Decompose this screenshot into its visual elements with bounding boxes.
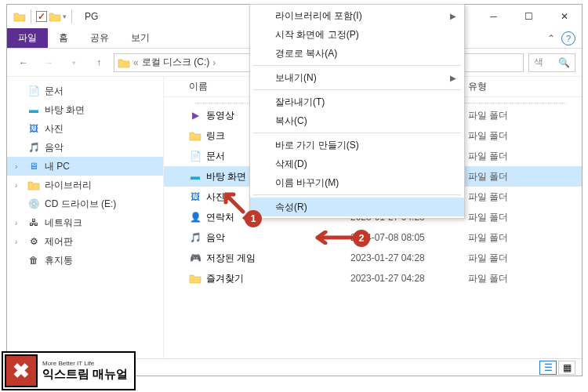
sidebar: 📄 문서 ▬ 바탕 화면 🖼 사진 🎵 음악 › 🖥 내 PC › bbox=[7, 77, 164, 358]
sidebar-item-controlpanel[interactable]: › ⚙ 제어판 bbox=[7, 232, 163, 251]
path-segment[interactable]: 로컬 디스크 (C:) bbox=[142, 56, 210, 69]
sidebar-item-thispc[interactable]: › 🖥 내 PC bbox=[7, 157, 163, 176]
watermark-logo: ✖ More Better IT Life 익스트림 매뉴얼 bbox=[2, 351, 136, 390]
file-type: 파일 폴더 bbox=[468, 191, 531, 204]
ctx-rename[interactable]: 이름 바꾸기(M) bbox=[250, 173, 464, 192]
desktop-icon: ▬ bbox=[189, 171, 201, 182]
file-name: 바탕 화면 bbox=[206, 170, 246, 183]
menu-separator bbox=[253, 89, 461, 90]
submenu-arrow-icon: ▶ bbox=[450, 12, 456, 20]
logo-title: 익스트림 매뉴얼 bbox=[42, 367, 128, 382]
chevron-icon[interactable]: « bbox=[133, 57, 139, 68]
ctx-include-library[interactable]: 라이브러리에 포함(I)▶ bbox=[250, 6, 464, 25]
ctx-delete[interactable]: 삭제(D) bbox=[250, 154, 464, 173]
ctx-cut[interactable]: 잘라내기(T) bbox=[250, 93, 464, 111]
desktop-icon: ▬ bbox=[27, 104, 40, 115]
tab-home[interactable]: 홈 bbox=[48, 28, 79, 48]
file-date: 2023-01-27 04:28 bbox=[350, 273, 468, 284]
chevron-up-icon[interactable]: ⌃ bbox=[544, 33, 558, 44]
folder-icon bbox=[27, 180, 40, 191]
ctx-pin-start[interactable]: 시작 화면에 고정(P) bbox=[250, 25, 464, 44]
checkbox-icon[interactable]: ✓ bbox=[36, 11, 47, 22]
file-name: 링크 bbox=[206, 129, 225, 143]
file-type: 파일 폴더 bbox=[468, 272, 531, 285]
sidebar-item-label: 네트워크 bbox=[45, 216, 82, 230]
pictures-icon: 🖼 bbox=[189, 191, 201, 202]
help-icon[interactable]: ? bbox=[561, 31, 575, 45]
up-button[interactable]: ↑ bbox=[89, 53, 109, 73]
ctx-properties[interactable]: 속성(R) bbox=[250, 198, 464, 216]
video-icon: ▶ bbox=[189, 110, 201, 121]
menu-separator bbox=[253, 132, 461, 133]
close-button[interactable]: ✕ bbox=[546, 5, 582, 28]
music-icon: 🎵 bbox=[189, 232, 201, 243]
expand-icon[interactable]: › bbox=[15, 162, 17, 171]
sidebar-item-label: 음악 bbox=[45, 141, 64, 154]
search-placeholder: 색 bbox=[534, 56, 543, 69]
thumbnails-view-button[interactable]: ▦ bbox=[558, 361, 575, 375]
submenu-arrow-icon: ▶ bbox=[450, 74, 456, 82]
sidebar-item-documents[interactable]: 📄 문서 bbox=[7, 82, 163, 100]
contacts-icon: 👤 bbox=[189, 212, 201, 223]
sidebar-item-libraries[interactable]: › 라이브러리 bbox=[7, 176, 163, 194]
network-icon: 🖧 bbox=[27, 217, 40, 228]
file-row[interactable]: 즐겨찾기 2023-01-27 04:28 파일 폴더 bbox=[164, 268, 582, 289]
history-dropdown[interactable]: ▾ bbox=[64, 53, 84, 73]
minimize-button[interactable]: ─ bbox=[476, 5, 511, 28]
ctx-copy-path[interactable]: 경로로 복사(A) bbox=[250, 44, 464, 63]
sidebar-item-desktop[interactable]: ▬ 바탕 화면 bbox=[7, 100, 163, 119]
tab-share[interactable]: 공유 bbox=[79, 28, 120, 48]
details-view-button[interactable]: ☰ bbox=[539, 361, 557, 375]
window-title: PG bbox=[85, 11, 98, 22]
separator bbox=[71, 9, 72, 24]
sidebar-item-recyclebin[interactable]: 🗑 휴지통 bbox=[7, 251, 163, 270]
file-type: 파일 폴더 bbox=[468, 252, 531, 265]
tab-file[interactable]: 파일 bbox=[7, 28, 48, 48]
file-name: 문서 bbox=[206, 150, 225, 163]
search-input[interactable]: 색 🔍 bbox=[528, 53, 575, 72]
file-type: 파일 폴더 bbox=[468, 170, 531, 183]
ctx-label: 잘라내기(T) bbox=[275, 96, 325, 109]
sidebar-item-pictures[interactable]: 🖼 사진 bbox=[7, 119, 163, 138]
chevron-right-icon[interactable]: › bbox=[212, 57, 216, 68]
file-name: 음악 bbox=[206, 231, 225, 245]
annotation-badge-1: 1 bbox=[245, 210, 262, 227]
back-button[interactable]: ← bbox=[13, 53, 34, 73]
expand-icon[interactable]: › bbox=[15, 181, 17, 190]
ctx-label: 경로로 복사(A) bbox=[275, 47, 337, 60]
folder-icon bbox=[189, 130, 201, 141]
dropdown-icon[interactable]: ▾ bbox=[63, 13, 67, 20]
sidebar-item-label: 문서 bbox=[45, 85, 64, 98]
folder-icon bbox=[118, 57, 130, 68]
file-row[interactable]: 🎮저장된 게임 2023-01-27 04:28 파일 폴더 bbox=[164, 248, 582, 268]
sidebar-item-label: 제어판 bbox=[45, 235, 73, 249]
file-name: 저장된 게임 bbox=[206, 252, 256, 265]
search-icon[interactable]: 🔍 bbox=[558, 57, 570, 68]
forward-button[interactable]: → bbox=[38, 53, 59, 73]
folder-icon bbox=[49, 11, 61, 22]
ctx-label: 이름 바꾸기(M) bbox=[275, 176, 339, 190]
file-name: 즐겨찾기 bbox=[206, 272, 244, 285]
music-icon: 🎵 bbox=[27, 142, 40, 153]
tab-view[interactable]: 보기 bbox=[120, 28, 161, 48]
sidebar-item-cddrive[interactable]: 💿 CD 드라이브 (E:) bbox=[7, 194, 163, 213]
ctx-label: 시작 화면에 고정(P) bbox=[275, 28, 359, 42]
expand-icon[interactable]: › bbox=[15, 219, 17, 227]
column-type[interactable]: 유형 bbox=[468, 80, 531, 93]
document-icon: 📄 bbox=[189, 151, 201, 162]
ctx-label: 라이브러리에 포함(I) bbox=[275, 9, 362, 23]
sidebar-item-label: 사진 bbox=[45, 122, 64, 136]
sidebar-item-network[interactable]: › 🖧 네트워크 bbox=[7, 213, 163, 232]
ctx-send-to[interactable]: 보내기(N)▶ bbox=[250, 68, 464, 87]
file-type: 파일 폴더 bbox=[468, 129, 531, 143]
ctx-copy[interactable]: 복사(C) bbox=[250, 111, 464, 130]
expand-icon[interactable]: › bbox=[15, 238, 17, 246]
logo-icon: ✖ bbox=[5, 354, 38, 387]
maximize-button[interactable]: ☐ bbox=[511, 5, 546, 28]
sidebar-item-music[interactable]: 🎵 음악 bbox=[7, 138, 163, 157]
file-row[interactable]: 🎵음악 2024-07-08 08:05 파일 폴더 bbox=[164, 227, 582, 248]
file-type: 파일 폴더 bbox=[468, 231, 531, 245]
sidebar-item-label: 바탕 화면 bbox=[45, 103, 85, 117]
ctx-create-shortcut[interactable]: 바로 가기 만들기(S) bbox=[250, 136, 464, 154]
document-icon: 📄 bbox=[27, 85, 40, 96]
